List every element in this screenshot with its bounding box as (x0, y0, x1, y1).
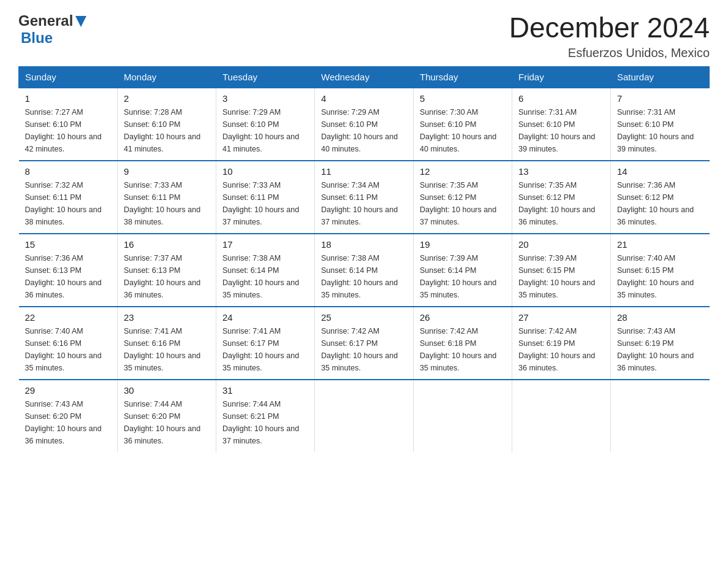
calendar-day-cell: 22 Sunrise: 7:40 AMSunset: 6:16 PMDaylig… (19, 307, 118, 380)
day-info: Sunrise: 7:44 AMSunset: 6:20 PMDaylight:… (124, 398, 210, 447)
day-number: 14 (617, 166, 703, 177)
day-number: 20 (518, 239, 604, 250)
calendar-day-cell: 8 Sunrise: 7:32 AMSunset: 6:11 PMDayligh… (19, 161, 118, 234)
day-number: 7 (617, 93, 703, 104)
calendar-table: SundayMondayTuesdayWednesdayThursdayFrid… (18, 66, 710, 452)
day-number: 19 (420, 239, 506, 250)
logo-triangle-icon (74, 15, 88, 28)
calendar-day-cell: 17 Sunrise: 7:38 AMSunset: 6:14 PMDaylig… (216, 234, 315, 307)
calendar-header-saturday: Saturday (611, 66, 710, 88)
logo: General Blue (18, 12, 88, 47)
day-number: 22 (25, 312, 112, 323)
svg-marker-0 (75, 16, 86, 27)
day-info: Sunrise: 7:41 AMSunset: 6:17 PMDaylight:… (222, 325, 308, 374)
day-info: Sunrise: 7:40 AMSunset: 6:15 PMDaylight:… (617, 252, 703, 301)
day-number: 11 (321, 166, 407, 177)
calendar-header-row: SundayMondayTuesdayWednesdayThursdayFrid… (19, 66, 710, 88)
day-number: 12 (420, 166, 506, 177)
calendar-week-row: 22 Sunrise: 7:40 AMSunset: 6:16 PMDaylig… (19, 307, 710, 380)
day-info: Sunrise: 7:32 AMSunset: 6:11 PMDaylight:… (25, 179, 112, 228)
calendar-day-cell: 31 Sunrise: 7:44 AMSunset: 6:21 PMDaylig… (216, 380, 315, 452)
day-number: 18 (321, 239, 407, 250)
day-number: 8 (25, 166, 112, 177)
calendar-week-row: 29 Sunrise: 7:43 AMSunset: 6:20 PMDaylig… (19, 380, 710, 452)
day-number: 6 (518, 93, 604, 104)
calendar-day-cell: 11 Sunrise: 7:34 AMSunset: 6:11 PMDaylig… (315, 161, 414, 234)
calendar-header-tuesday: Tuesday (216, 66, 315, 88)
calendar-day-cell: 2 Sunrise: 7:28 AMSunset: 6:10 PMDayligh… (118, 88, 216, 161)
calendar-day-cell: 10 Sunrise: 7:33 AMSunset: 6:11 PMDaylig… (216, 161, 315, 234)
calendar-day-cell: 28 Sunrise: 7:43 AMSunset: 6:19 PMDaylig… (611, 307, 710, 380)
day-info: Sunrise: 7:37 AMSunset: 6:13 PMDaylight:… (124, 252, 210, 301)
day-number: 5 (420, 93, 506, 104)
day-info: Sunrise: 7:35 AMSunset: 6:12 PMDaylight:… (518, 179, 604, 228)
calendar-day-cell: 19 Sunrise: 7:39 AMSunset: 6:14 PMDaylig… (414, 234, 512, 307)
day-number: 4 (321, 93, 407, 104)
day-number: 15 (25, 239, 112, 250)
day-number: 28 (617, 312, 703, 323)
calendar-day-cell: 6 Sunrise: 7:31 AMSunset: 6:10 PMDayligh… (512, 88, 611, 161)
day-info: Sunrise: 7:43 AMSunset: 6:19 PMDaylight:… (617, 325, 703, 374)
calendar-day-cell: 29 Sunrise: 7:43 AMSunset: 6:20 PMDaylig… (19, 380, 118, 452)
day-info: Sunrise: 7:33 AMSunset: 6:11 PMDaylight:… (124, 179, 210, 228)
day-number: 25 (321, 312, 407, 323)
day-number: 1 (25, 93, 112, 104)
day-number: 23 (124, 312, 210, 323)
day-info: Sunrise: 7:33 AMSunset: 6:11 PMDaylight:… (222, 179, 308, 228)
calendar-day-cell (414, 380, 512, 452)
calendar-header-monday: Monday (118, 66, 216, 88)
day-number: 2 (124, 93, 210, 104)
calendar-day-cell: 26 Sunrise: 7:42 AMSunset: 6:18 PMDaylig… (414, 307, 512, 380)
location-subtitle: Esfuerzos Unidos, Mexico (509, 46, 710, 60)
page-header: General Blue December 2024 Esfuerzos Uni… (18, 12, 710, 60)
calendar-day-cell: 16 Sunrise: 7:37 AMSunset: 6:13 PMDaylig… (118, 234, 216, 307)
day-info: Sunrise: 7:40 AMSunset: 6:16 PMDaylight:… (25, 325, 112, 374)
calendar-day-cell: 20 Sunrise: 7:39 AMSunset: 6:15 PMDaylig… (512, 234, 611, 307)
day-info: Sunrise: 7:44 AMSunset: 6:21 PMDaylight:… (222, 398, 308, 447)
calendar-header-sunday: Sunday (19, 66, 118, 88)
day-number: 24 (222, 312, 308, 323)
day-info: Sunrise: 7:31 AMSunset: 6:10 PMDaylight:… (518, 106, 604, 155)
day-info: Sunrise: 7:34 AMSunset: 6:11 PMDaylight:… (321, 179, 407, 228)
calendar-day-cell: 30 Sunrise: 7:44 AMSunset: 6:20 PMDaylig… (118, 380, 216, 452)
calendar-day-cell: 13 Sunrise: 7:35 AMSunset: 6:12 PMDaylig… (512, 161, 611, 234)
day-info: Sunrise: 7:36 AMSunset: 6:12 PMDaylight:… (617, 179, 703, 228)
day-info: Sunrise: 7:39 AMSunset: 6:15 PMDaylight:… (518, 252, 604, 301)
logo-general-text: General (18, 12, 73, 29)
day-info: Sunrise: 7:31 AMSunset: 6:10 PMDaylight:… (617, 106, 703, 155)
day-number: 17 (222, 239, 308, 250)
calendar-day-cell: 18 Sunrise: 7:38 AMSunset: 6:14 PMDaylig… (315, 234, 414, 307)
calendar-day-cell: 12 Sunrise: 7:35 AMSunset: 6:12 PMDaylig… (414, 161, 512, 234)
calendar-day-cell: 4 Sunrise: 7:29 AMSunset: 6:10 PMDayligh… (315, 88, 414, 161)
day-number: 27 (518, 312, 604, 323)
calendar-header-friday: Friday (512, 66, 611, 88)
day-info: Sunrise: 7:43 AMSunset: 6:20 PMDaylight:… (25, 398, 112, 447)
day-number: 9 (124, 166, 210, 177)
day-info: Sunrise: 7:30 AMSunset: 6:10 PMDaylight:… (420, 106, 506, 155)
calendar-day-cell: 9 Sunrise: 7:33 AMSunset: 6:11 PMDayligh… (118, 161, 216, 234)
calendar-day-cell (315, 380, 414, 452)
day-number: 30 (124, 385, 210, 396)
calendar-day-cell: 24 Sunrise: 7:41 AMSunset: 6:17 PMDaylig… (216, 307, 315, 380)
day-info: Sunrise: 7:27 AMSunset: 6:10 PMDaylight:… (25, 106, 112, 155)
calendar-day-cell: 7 Sunrise: 7:31 AMSunset: 6:10 PMDayligh… (611, 88, 710, 161)
calendar-day-cell (611, 380, 710, 452)
day-info: Sunrise: 7:29 AMSunset: 6:10 PMDaylight:… (222, 106, 308, 155)
day-info: Sunrise: 7:42 AMSunset: 6:17 PMDaylight:… (321, 325, 407, 374)
title-block: December 2024 Esfuerzos Unidos, Mexico (509, 12, 710, 60)
calendar-day-cell: 23 Sunrise: 7:41 AMSunset: 6:16 PMDaylig… (118, 307, 216, 380)
calendar-day-cell: 5 Sunrise: 7:30 AMSunset: 6:10 PMDayligh… (414, 88, 512, 161)
day-number: 10 (222, 166, 308, 177)
day-number: 21 (617, 239, 703, 250)
day-info: Sunrise: 7:28 AMSunset: 6:10 PMDaylight:… (124, 106, 210, 155)
day-info: Sunrise: 7:36 AMSunset: 6:13 PMDaylight:… (25, 252, 112, 301)
calendar-week-row: 15 Sunrise: 7:36 AMSunset: 6:13 PMDaylig… (19, 234, 710, 307)
calendar-day-cell: 15 Sunrise: 7:36 AMSunset: 6:13 PMDaylig… (19, 234, 118, 307)
day-info: Sunrise: 7:41 AMSunset: 6:16 PMDaylight:… (124, 325, 210, 374)
day-info: Sunrise: 7:42 AMSunset: 6:19 PMDaylight:… (518, 325, 604, 374)
calendar-day-cell: 25 Sunrise: 7:42 AMSunset: 6:17 PMDaylig… (315, 307, 414, 380)
day-info: Sunrise: 7:29 AMSunset: 6:10 PMDaylight:… (321, 106, 407, 155)
calendar-week-row: 8 Sunrise: 7:32 AMSunset: 6:11 PMDayligh… (19, 161, 710, 234)
logo-blue-text: Blue (21, 29, 53, 46)
calendar-day-cell: 27 Sunrise: 7:42 AMSunset: 6:19 PMDaylig… (512, 307, 611, 380)
